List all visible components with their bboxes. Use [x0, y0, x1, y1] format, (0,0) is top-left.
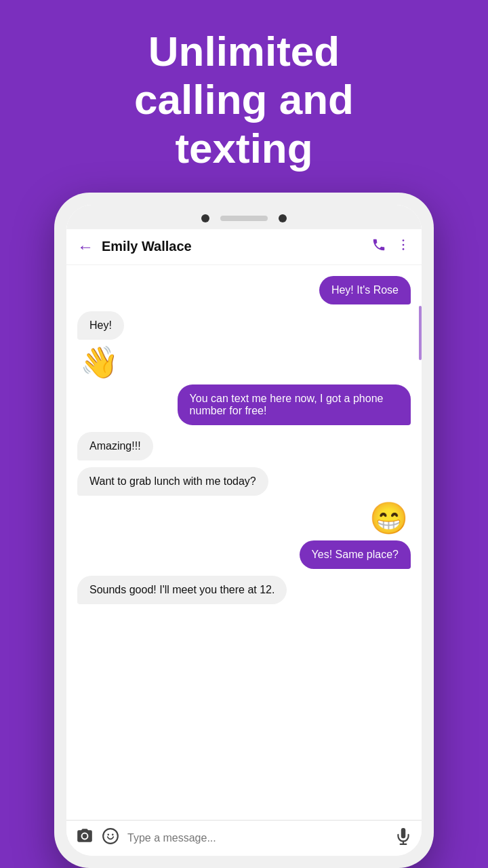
hero-text: Unlimited calling and texting: [94, 0, 394, 193]
message-bubble: Amazing!!!: [77, 432, 153, 460]
emoji-icon[interactable]: [102, 827, 119, 849]
more-menu-icon[interactable]: [396, 237, 411, 256]
message-bubble: Yes! Same place?: [300, 540, 411, 569]
message-bubble: 👋: [80, 347, 119, 378]
message-bubble: Sounds good! I'll meet you there at 12.: [77, 576, 287, 604]
camera-dot-left: [201, 214, 209, 222]
phone-screen: ← Emily Wallace Hey: [66, 205, 422, 856]
mic-icon[interactable]: [394, 827, 412, 849]
message-bubble: You can text me here now, I got a phone …: [178, 384, 411, 425]
camera-icon[interactable]: [76, 827, 94, 849]
phone-frame: ← Emily Wallace Hey: [54, 193, 434, 868]
call-icon[interactable]: [371, 237, 386, 256]
chat-body-wrapper: Hey! It's RoseHey!👋You can text me here …: [66, 265, 422, 820]
speaker-bar: [220, 216, 268, 221]
message-bubble: Hey! It's Rose: [319, 276, 411, 304]
message-bubble: Hey!: [77, 311, 124, 340]
contact-name: Emily Wallace: [102, 239, 371, 254]
hero-line2: calling and: [134, 76, 354, 123]
chat-body: Hey! It's RoseHey!👋You can text me here …: [66, 265, 422, 610]
svg-point-1: [403, 244, 405, 246]
camera-dot-right: [279, 214, 287, 222]
back-button[interactable]: ←: [77, 237, 94, 256]
hero-line1: Unlimited: [148, 28, 340, 75]
phone-notch: [66, 205, 422, 229]
svg-point-4: [107, 834, 109, 836]
svg-point-5: [112, 834, 114, 836]
input-bar: [66, 820, 422, 856]
header-icons: [371, 237, 411, 256]
svg-point-3: [103, 829, 118, 844]
message-bubble: 😁: [369, 502, 408, 534]
chat-header: ← Emily Wallace: [66, 229, 422, 265]
message-input[interactable]: [127, 832, 386, 844]
scroll-indicator: [419, 306, 422, 360]
hero-line3: texting: [175, 125, 312, 172]
svg-point-2: [403, 248, 405, 250]
svg-point-0: [403, 239, 405, 241]
message-bubble: Want to grab lunch with me today?: [77, 467, 268, 496]
